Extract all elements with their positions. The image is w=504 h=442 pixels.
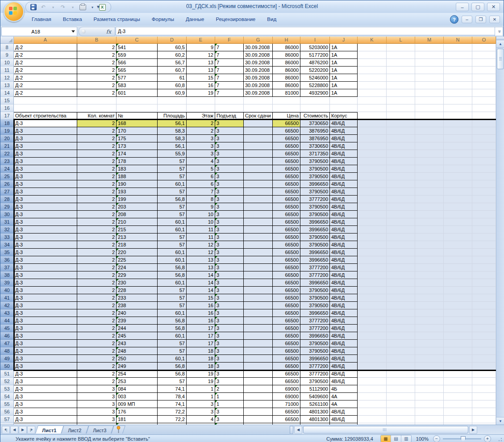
cell-J34[interactable]: 4В/6Д	[330, 241, 358, 249]
cell-L24[interactable]	[387, 165, 415, 173]
cell-F28[interactable]: 3	[215, 196, 244, 203]
cell-G55[interactable]	[244, 400, 273, 408]
cell-E23[interactable]: 4	[187, 158, 215, 165]
cell-C56[interactable]: 176	[117, 408, 158, 416]
cell-O52[interactable]	[472, 378, 496, 385]
cell-E51[interactable]: 19	[187, 370, 215, 378]
cell-E42[interactable]: 16	[187, 302, 215, 309]
cell-H40[interactable]: 66500	[273, 287, 300, 294]
cell-O50[interactable]	[472, 363, 496, 370]
cell-M16[interactable]	[415, 104, 444, 112]
cell-D50[interactable]: 56,8	[158, 363, 187, 370]
cell-H15[interactable]	[273, 97, 300, 104]
cell-D32[interactable]: 60,1	[158, 226, 187, 234]
cell-D29[interactable]: 57	[158, 203, 187, 211]
cell-E25[interactable]: 6	[187, 173, 215, 180]
cell-H33[interactable]: 66500	[273, 234, 300, 241]
cell-N46[interactable]	[444, 332, 472, 340]
sheet-tab-Лист3[interactable]: Лист3	[86, 425, 114, 434]
cell-M17[interactable]	[415, 112, 444, 120]
cell-D22[interactable]: 55,9	[158, 150, 187, 158]
cell-C23[interactable]: 178	[117, 158, 158, 165]
cell-D16[interactable]	[158, 104, 187, 112]
cell-D12[interactable]: 61	[158, 74, 187, 82]
cell-D42[interactable]: 57	[158, 302, 187, 309]
column-header-N[interactable]: N	[444, 37, 472, 44]
cell-J38[interactable]: 4В/6Д	[330, 271, 358, 279]
cell-O19[interactable]	[472, 127, 496, 135]
cell-O20[interactable]	[472, 135, 496, 142]
cell-D14[interactable]: 60,9	[158, 89, 187, 97]
cell-J33[interactable]: 4В/6Д	[330, 234, 358, 241]
cell-K53[interactable]	[358, 385, 387, 393]
ribbon-tab-2[interactable]: Вставка	[58, 15, 87, 24]
column-header-O[interactable]: O	[472, 37, 496, 44]
cell-L21[interactable]	[387, 142, 415, 150]
cell-A36[interactable]: Д-3	[14, 256, 77, 264]
formula-input[interactable]: Д-3	[116, 27, 496, 35]
cell-F39[interactable]: 3	[215, 279, 244, 287]
cell-O46[interactable]	[472, 332, 496, 340]
cell-A52[interactable]: Д-3	[14, 378, 77, 385]
cell-N22[interactable]	[444, 150, 472, 158]
cell-L23[interactable]	[387, 158, 415, 165]
scroll-down-button[interactable]: ▼	[496, 417, 504, 425]
cell-O14[interactable]	[472, 89, 496, 97]
row-header-52[interactable]: 52	[0, 378, 14, 385]
cell-N8[interactable]	[444, 44, 472, 51]
cell-E31[interactable]: 10	[187, 218, 215, 226]
cell-L26[interactable]	[387, 180, 415, 188]
cell-O11[interactable]	[472, 67, 496, 74]
cell-M51[interactable]	[415, 370, 444, 378]
cell-A31[interactable]: Д-3	[14, 218, 77, 226]
row-header-40[interactable]: 40	[0, 287, 14, 294]
cell-D43[interactable]: 60,1	[158, 309, 187, 317]
cell-B14[interactable]: 2	[77, 89, 117, 97]
cell-A44[interactable]: Д-3	[14, 317, 77, 325]
ribbon-tab-3[interactable]: Разметка страницы	[88, 15, 146, 24]
cell-I49[interactable]: 3996650	[300, 355, 330, 363]
cell-L29[interactable]	[387, 203, 415, 211]
cell-L52[interactable]	[387, 378, 415, 385]
cell-I28[interactable]: 3777200	[300, 196, 330, 203]
workbook-minimize-button[interactable]: –	[462, 16, 472, 23]
cell-L46[interactable]	[387, 332, 415, 340]
cell-A48[interactable]: Д-3	[14, 347, 77, 355]
cell-J41[interactable]: 4В/6Д	[330, 294, 358, 302]
cell-C47[interactable]: 243	[117, 340, 158, 347]
cell-I52[interactable]: 3790500	[300, 378, 330, 385]
column-header-L[interactable]: L	[387, 37, 415, 44]
cell-J50[interactable]: 4В/6Д	[330, 363, 358, 370]
cell-M29[interactable]	[415, 203, 444, 211]
page-break-view-button[interactable]: ▥	[401, 435, 411, 442]
cell-K41[interactable]	[358, 294, 387, 302]
row-header-29[interactable]: 29	[0, 203, 14, 211]
cell-B8[interactable]: 2	[77, 44, 117, 51]
cell-H11[interactable]: 86000	[273, 67, 300, 74]
vertical-split-handle[interactable]	[496, 37, 504, 40]
cell-K20[interactable]	[358, 135, 387, 142]
cell-O57[interactable]	[472, 416, 496, 423]
cell-D20[interactable]: 58,3	[158, 135, 187, 142]
cell-I41[interactable]: 3790500	[300, 294, 330, 302]
cell-N52[interactable]	[444, 378, 472, 385]
cell-K47[interactable]	[358, 340, 387, 347]
cell-J15[interactable]	[330, 97, 358, 104]
cell-N39[interactable]	[444, 279, 472, 287]
cell-I50[interactable]: 3777200	[300, 363, 330, 370]
cell-B30[interactable]: 2	[77, 211, 117, 218]
cell-D25[interactable]: 57	[158, 173, 187, 180]
cell-G23[interactable]	[244, 158, 273, 165]
row-header-27[interactable]: 27	[0, 188, 14, 196]
cell-H8[interactable]: 86000	[273, 44, 300, 51]
cell-K40[interactable]	[358, 287, 387, 294]
row-header-31[interactable]: 31	[0, 218, 14, 226]
row-header-22[interactable]: 22	[0, 150, 14, 158]
cell-E43[interactable]: 16	[187, 309, 215, 317]
row-header-34[interactable]: 34	[0, 241, 14, 249]
cell-K14[interactable]	[358, 89, 387, 97]
cell-E36[interactable]: 13	[187, 256, 215, 264]
cell-A47[interactable]: Д-3	[14, 340, 77, 347]
cell-I15[interactable]	[300, 97, 330, 104]
cell-I37[interactable]: 3777200	[300, 264, 330, 271]
